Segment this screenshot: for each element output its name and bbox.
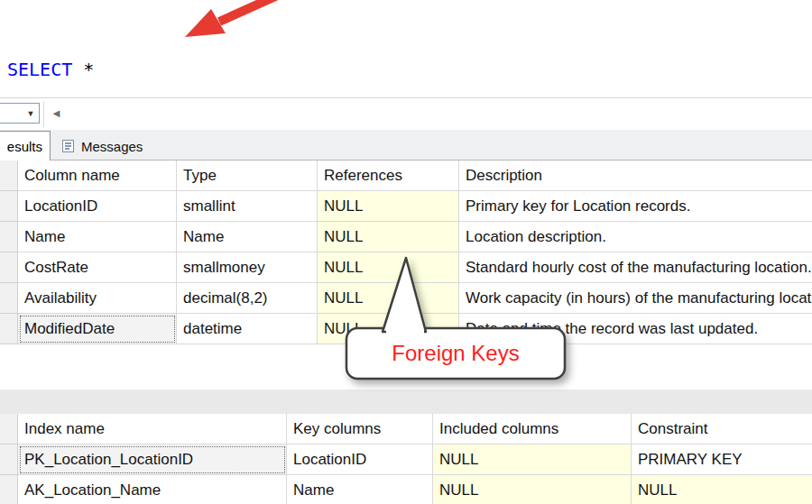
- grid-cell[interactable]: LocationID: [18, 191, 177, 222]
- grid-cell[interactable]: smallint: [177, 191, 318, 222]
- toolbar-dropdown[interactable]: ▼: [0, 103, 40, 124]
- sql-text: *: [72, 59, 94, 80]
- column-header[interactable]: Constraint: [632, 414, 812, 444]
- sql-line: SELECT *: [7, 56, 812, 84]
- grid-cell[interactable]: NULL: [318, 252, 459, 283]
- grid-cell[interactable]: Name: [18, 222, 177, 252]
- column-header[interactable]: Index name: [18, 414, 287, 444]
- column-header[interactable]: Included columns: [433, 414, 632, 444]
- row-header[interactable]: [0, 444, 18, 475]
- table-row: CostRate smallmoney NULL Standard hourly…: [0, 252, 812, 283]
- grid-cell[interactable]: decimal(8,2): [177, 283, 318, 314]
- grid-cell[interactable]: NULL: [318, 222, 459, 252]
- tab-messages[interactable]: Messages: [52, 133, 152, 160]
- row-header[interactable]: [0, 314, 18, 344]
- column-header[interactable]: Key columns: [287, 414, 433, 444]
- corner-header[interactable]: [0, 160, 18, 191]
- grid-cell-selected[interactable]: PK_Location_LocationID: [18, 444, 287, 475]
- column-header[interactable]: Description: [459, 160, 812, 191]
- row-header[interactable]: [0, 283, 18, 314]
- results-tabstrip: esults Messages: [0, 130, 812, 160]
- column-header[interactable]: References: [318, 160, 459, 191]
- table-row: Availability decimal(8,2) NULL Work capa…: [0, 283, 812, 314]
- tab-messages-label: Messages: [81, 139, 143, 154]
- corner-header[interactable]: [0, 414, 18, 444]
- grid-cell[interactable]: Location description.: [459, 222, 812, 252]
- grid-cell[interactable]: NULL: [433, 475, 632, 504]
- grid-cell[interactable]: Standard hourly cost of the manufacturin…: [459, 252, 812, 283]
- row-header[interactable]: [0, 191, 18, 222]
- editor-toolbar: ▼ ◄: [0, 97, 812, 130]
- grid-cell[interactable]: NULL: [318, 191, 459, 222]
- grid-cell[interactable]: NULL: [632, 475, 812, 504]
- sql-editor[interactable]: SELECT * FROM Production.Location l JOIN…: [0, 0, 812, 97]
- table-row: AK_Location_Name Name NULL NULL: [0, 475, 812, 504]
- grid-cell[interactable]: PRIMARY KEY: [632, 444, 812, 475]
- grid-cell[interactable]: NULL: [433, 444, 632, 475]
- grid-cell[interactable]: NULL: [318, 283, 459, 314]
- grid-cell[interactable]: Work capacity (in hours) of the manufact…: [459, 283, 812, 314]
- grid-cell[interactable]: Name: [287, 475, 433, 504]
- column-header[interactable]: Type: [177, 160, 318, 191]
- row-header[interactable]: [0, 222, 18, 252]
- table-row: Name Name NULL Location description.: [0, 222, 812, 252]
- row-header[interactable]: [0, 475, 18, 504]
- grid-cell[interactable]: datetime: [177, 314, 318, 344]
- indexes-result-grid: Index name Key columns Included columns …: [0, 414, 812, 504]
- grid-cell[interactable]: Primary key for Location records.: [459, 191, 812, 222]
- row-header[interactable]: [0, 252, 18, 283]
- dropdown-arrow-icon[interactable]: ▼: [23, 105, 39, 122]
- column-header[interactable]: Column name: [18, 160, 177, 191]
- callout-label: Foreign Keys: [346, 328, 565, 379]
- header-row: Index name Key columns Included columns …: [0, 414, 812, 444]
- tab-results[interactable]: esults: [0, 131, 51, 160]
- grid-cell[interactable]: AK_Location_Name: [18, 475, 287, 504]
- grid-cell[interactable]: smallmoney: [177, 252, 318, 283]
- toolbar-separator: [43, 101, 44, 127]
- table-row: PK_Location_LocationID LocationID NULL P…: [0, 444, 812, 475]
- grid-cell[interactable]: CostRate: [18, 252, 177, 283]
- messages-icon: [61, 139, 76, 153]
- table-row: LocationID smallint NULL Primary key for…: [0, 191, 812, 222]
- scroll-left-button[interactable]: ◄: [51, 106, 62, 121]
- tab-results-label: esults: [7, 139, 42, 154]
- sql-keyword: SELECT: [7, 59, 72, 80]
- grid-cell[interactable]: LocationID: [287, 444, 433, 475]
- grid-cell[interactable]: Name: [177, 222, 318, 252]
- grid-cell-selected[interactable]: ModifiedDate: [18, 314, 177, 344]
- grid-cell[interactable]: Availability: [18, 283, 177, 314]
- header-row: Column name Type References Description: [0, 160, 812, 191]
